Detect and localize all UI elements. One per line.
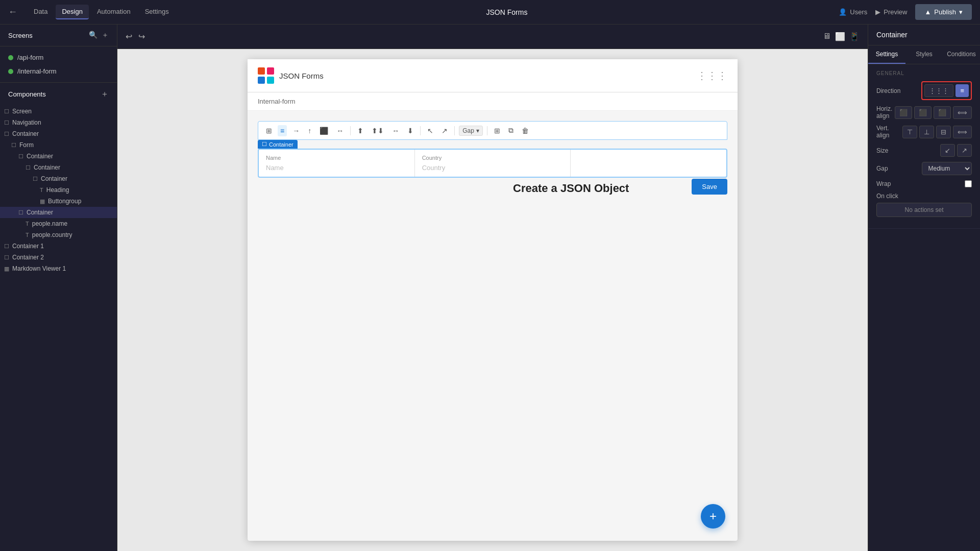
toolbar-align-bottom-icon[interactable]: ↔	[334, 125, 346, 136]
nav-tab-automation[interactable]: Automation	[91, 5, 137, 19]
tree-item-people-country[interactable]: T people.country	[0, 229, 117, 241]
rs-tab-styles[interactable]: Styles	[905, 45, 943, 64]
direction-horizontal-button[interactable]: ⋮⋮⋮	[924, 84, 953, 97]
tree-item-form[interactable]: ☐ Form	[0, 139, 117, 151]
top-nav: ← Data Design Automation Settings JSON F…	[0, 0, 980, 25]
preview-button[interactable]: ▶ Preview	[875, 8, 907, 16]
mobile-view-button[interactable]: 📱	[849, 32, 860, 41]
horiz-align-center-button[interactable]: ⬛	[914, 106, 932, 119]
component-tree: ☐ Screen ☐ Navigation ☐ Container ☐ Form…	[0, 106, 117, 551]
form-icon: ☐	[11, 142, 16, 149]
toolbar-corner-tl-icon[interactable]: ↖	[425, 125, 436, 136]
tree-item-screen[interactable]: ☐ Screen	[0, 106, 117, 117]
vert-align-mid-button[interactable]: ⊥	[919, 126, 934, 138]
logo-sq4	[267, 77, 274, 84]
size-shrink-button[interactable]: ↙	[940, 144, 955, 157]
rs-direction-row: Direction ⋮⋮⋮ ≡	[876, 81, 972, 100]
field-country-input[interactable]: Country	[422, 164, 564, 172]
rs-vert-align-row: Vert. align ⊤ ⊥ ⊟ ⟺	[876, 125, 972, 139]
size-grow-button[interactable]: ↗	[957, 144, 972, 157]
horiz-align-stretch-button[interactable]: ⟺	[953, 106, 972, 119]
toolbar-align-mid-icon[interactable]: ⬆⬇	[369, 125, 386, 136]
toolbar-align-left-icon[interactable]: ⬆	[355, 125, 366, 136]
nav-tab-design[interactable]: Design	[56, 5, 88, 19]
tree-item-container-2[interactable]: ☐ Container	[0, 162, 117, 173]
undo-button[interactable]: ↩	[126, 32, 132, 41]
rs-tabs: Settings Styles Conditions	[868, 45, 980, 64]
tree-item-markdown[interactable]: ▦ Markdown Viewer 1	[0, 263, 117, 274]
toolbar-grid2-icon[interactable]: ⊞	[492, 125, 503, 136]
horiz-align-left-button[interactable]: ⬛	[895, 106, 912, 119]
tree-item-container-1[interactable]: ☐ Container	[0, 151, 117, 162]
save-button[interactable]: Save	[692, 179, 727, 195]
right-sidebar: Container Settings Styles Conditions GEN…	[868, 25, 980, 551]
rs-gap-label: Gap	[876, 165, 918, 172]
field-name-input[interactable]: Name	[266, 164, 407, 172]
rs-general-section: GENERAL Direction ⋮⋮⋮ ≡ Horiz. align ⬛ ⬛…	[868, 64, 980, 229]
toolbar-distribute-icon[interactable]: ⬇	[405, 125, 416, 136]
app-frame: JSON Forms ⋮⋮⋮ Internal-form ⊞ ≡ → ↑ ⬛ ↔	[248, 59, 738, 541]
frame-menu-icon[interactable]: ⋮⋮⋮	[697, 69, 727, 82]
form-area: ⊞ ≡ → ↑ ⬛ ↔ ⬆ ⬆⬇ ↔ ⬇ ↖ ↗	[248, 111, 738, 205]
direction-vertical-button[interactable]: ≡	[955, 84, 969, 97]
nav-tab-settings[interactable]: Settings	[139, 5, 175, 19]
app-name: JSON Forms	[279, 71, 324, 80]
toolbar-list-icon[interactable]: ≡	[278, 125, 287, 136]
rs-vert-align-label: Vert. align	[876, 125, 902, 139]
toolbar-separator3	[454, 126, 455, 135]
rs-tab-settings[interactable]: Settings	[868, 45, 905, 64]
no-actions-button[interactable]: No actions set	[876, 203, 972, 217]
screen-item-internal-form[interactable]: /internal-form	[0, 64, 117, 78]
tablet-view-button[interactable]: ⬜	[835, 32, 845, 41]
field-empty	[571, 150, 726, 177]
wrap-checkbox[interactable]	[965, 180, 972, 187]
screen-icon: ☐	[4, 108, 9, 115]
search-icon[interactable]: 🔍	[89, 31, 97, 40]
vert-align-top-button[interactable]: ⊤	[902, 126, 917, 138]
users-button[interactable]: 👤 Users	[839, 8, 867, 16]
desktop-view-button[interactable]: 🖥	[823, 32, 831, 41]
toolbar-corner-tr-icon[interactable]: ↗	[439, 125, 450, 136]
tree-item-container1[interactable]: ☐ Container 1	[0, 241, 117, 252]
back-button[interactable]: ←	[8, 7, 17, 17]
gap-select[interactable]: Medium Small Large None	[922, 162, 972, 175]
add-component-icon[interactable]: ＋	[101, 89, 109, 100]
tree-item-navigation[interactable]: ☐ Navigation	[0, 117, 117, 128]
container-icon: ☐	[26, 164, 31, 171]
rs-horiz-align-row: Horiz. align ⬛ ⬛ ⬛ ⟺	[876, 105, 972, 119]
breadcrumb: Internal-form	[248, 92, 738, 111]
container-icon: ☐	[18, 153, 23, 160]
nav-tab-data[interactable]: Data	[28, 5, 54, 19]
toolbar-duplicate-icon[interactable]: ⧉	[506, 125, 516, 136]
publish-button[interactable]: ▲ Publish ▾	[915, 4, 972, 20]
tree-item-container-3[interactable]: ☐ Container	[0, 173, 117, 184]
rs-tab-conditions[interactable]: Conditions	[943, 45, 980, 64]
tree-item-container-active[interactable]: ☐ Container	[0, 207, 117, 218]
tree-item-people-name[interactable]: T people.name	[0, 218, 117, 229]
horiz-align-right-button[interactable]: ⬛	[934, 106, 951, 119]
toolbar-delete-icon[interactable]: 🗑	[519, 125, 531, 136]
field-country[interactable]: Country Country	[415, 150, 571, 177]
add-screen-icon[interactable]: ＋	[102, 31, 109, 40]
toolbar-align-top-icon[interactable]: ↑	[305, 125, 314, 136]
nav-tabs: Data Design Automation Settings	[28, 5, 175, 19]
markdown-icon: ▦	[4, 266, 9, 272]
left-sidebar: Screens 🔍 ＋ /api-form /internal-form Com…	[0, 25, 117, 551]
redo-button[interactable]: ↪	[138, 32, 145, 41]
gap-dropdown[interactable]: Gap ▾	[459, 126, 483, 136]
tree-item-container2[interactable]: ☐ Container 2	[0, 252, 117, 263]
toolbar-grid-icon[interactable]: ⊞	[263, 125, 275, 136]
fab-button[interactable]: +	[701, 504, 725, 529]
toolbar-arrow-right-icon[interactable]: →	[290, 125, 302, 136]
screen-item-api-form[interactable]: /api-form	[0, 51, 117, 64]
field-name[interactable]: Name Name	[259, 150, 415, 177]
vert-align-stretch-button[interactable]: ⟺	[953, 126, 972, 138]
tree-item-heading[interactable]: T Heading	[0, 184, 117, 196]
tree-item-buttongroup[interactable]: ▦ Buttongroup	[0, 196, 117, 207]
toolbar-align-center2-icon[interactable]: ↔	[389, 125, 402, 136]
rs-section-title: GENERAL	[876, 70, 972, 76]
tree-item-container-0[interactable]: ☐ Container	[0, 128, 117, 139]
rs-wrap-label: Wrap	[876, 180, 961, 187]
toolbar-align-center-icon[interactable]: ⬛	[317, 125, 331, 136]
vert-align-bottom-button[interactable]: ⊟	[936, 126, 951, 138]
